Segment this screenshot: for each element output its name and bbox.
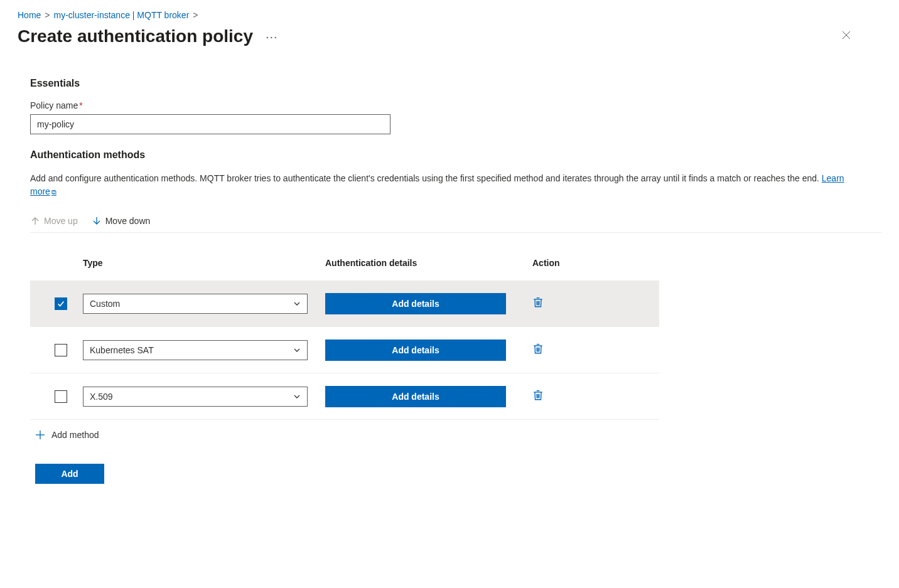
table-header: Type Authentication details Action xyxy=(30,245,659,281)
breadcrumb: Home > my-cluster-instance | MQTT broker… xyxy=(0,0,899,24)
table-row: Kubernetes SAT Add details xyxy=(30,327,659,373)
chevron-right-icon: > xyxy=(193,10,198,20)
breadcrumb-cluster-link[interactable]: my-cluster-instance | MQTT broker xyxy=(54,10,190,20)
breadcrumb-home[interactable]: Home xyxy=(18,10,41,20)
auth-methods-table: Type Authentication details Action Custo… xyxy=(30,245,659,420)
close-icon[interactable] xyxy=(836,28,856,46)
add-button[interactable]: Add xyxy=(35,464,104,484)
essentials-heading: Essentials xyxy=(30,78,881,89)
policy-name-label: Policy name* xyxy=(30,100,881,110)
table-header-details: Authentication details xyxy=(325,258,524,268)
row-checkbox[interactable] xyxy=(55,390,67,403)
row-checkbox[interactable] xyxy=(55,297,67,310)
add-details-button[interactable]: Add details xyxy=(325,293,506,314)
chevron-down-icon xyxy=(293,393,301,400)
chevron-down-icon xyxy=(293,300,301,307)
trash-icon[interactable] xyxy=(532,297,544,308)
more-icon[interactable]: ··· xyxy=(266,30,278,43)
title-bar: Create authentication policy ··· xyxy=(0,24,899,53)
type-selected-value: Custom xyxy=(90,299,120,309)
chevron-down-icon xyxy=(293,346,301,354)
arrow-down-icon xyxy=(92,216,102,226)
table-header-action: Action xyxy=(524,258,637,268)
table-row: X.509 Add details xyxy=(30,373,659,420)
add-details-button[interactable]: Add details xyxy=(325,339,506,361)
trash-icon[interactable] xyxy=(532,390,544,401)
page-title: Create authentication policy xyxy=(18,26,253,46)
row-checkbox[interactable] xyxy=(55,344,67,356)
type-select[interactable]: X.509 xyxy=(83,387,308,407)
type-select[interactable]: Kubernetes SAT xyxy=(83,340,308,360)
move-down-button[interactable]: Move down xyxy=(92,216,151,226)
move-up-button: Move up xyxy=(30,216,78,226)
chevron-right-icon: > xyxy=(45,10,50,20)
required-star-icon: * xyxy=(79,100,82,110)
type-selected-value: Kubernetes SAT xyxy=(90,345,154,355)
table-header-type: Type xyxy=(83,258,325,268)
type-select[interactable]: Custom xyxy=(83,294,308,314)
external-link-icon: ⧉ xyxy=(51,188,57,196)
type-selected-value: X.509 xyxy=(90,392,113,402)
plus-icon xyxy=(35,430,45,440)
trash-icon[interactable] xyxy=(532,343,544,355)
check-icon xyxy=(57,299,65,308)
table-row: Custom Add details xyxy=(30,281,659,327)
arrow-up-icon xyxy=(30,216,40,226)
add-details-button[interactable]: Add details xyxy=(325,386,506,407)
auth-methods-description: Add and configure authentication methods… xyxy=(30,172,859,198)
policy-name-input[interactable] xyxy=(30,114,390,134)
add-method-button[interactable]: Add method xyxy=(30,430,881,440)
auth-methods-heading: Authentication methods xyxy=(30,149,881,161)
